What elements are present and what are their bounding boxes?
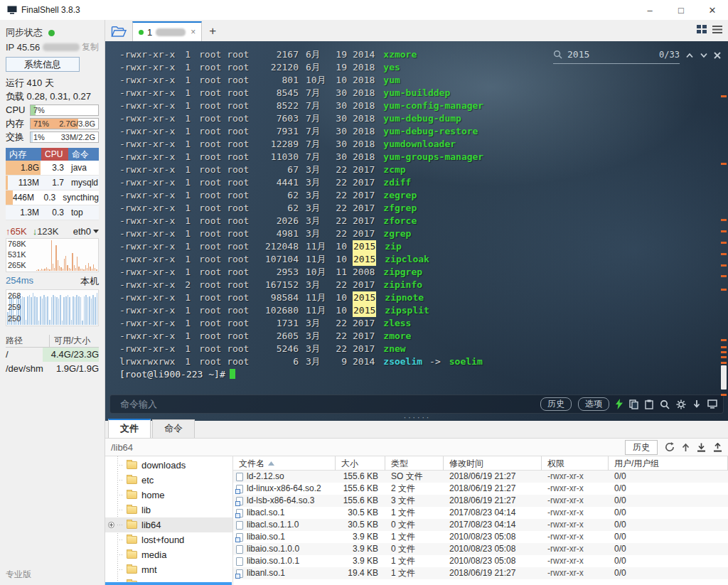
terminal[interactable]: -rwxr-xr-x1root root21676月192014xzmore-r…: [105, 41, 728, 421]
col-owner[interactable]: 用户/用户组: [609, 456, 728, 471]
maximize-button[interactable]: □: [665, 0, 697, 20]
window-title: FinalShell 3.8.3: [21, 5, 80, 15]
panel-splitter-handle[interactable]: ······: [403, 414, 431, 421]
col-filename[interactable]: 文件名: [233, 456, 336, 471]
tree-item-lost+found[interactable]: lost+found: [105, 532, 232, 547]
tree-item-mnt[interactable]: mnt: [105, 562, 232, 577]
file-table: 文件名 大小 类型 修改时间 权限 用户/用户组 ld-2.12.so155.6…: [233, 456, 728, 585]
net-up-value: 65K: [11, 226, 27, 237]
process-row[interactable]: 113M1.7mysqld: [6, 176, 99, 190]
copy-ip-link[interactable]: 复制: [82, 41, 99, 53]
file-row[interactable]: libacl.so.130.5 KB1 文件2017/08/23 04:14-r…: [233, 507, 728, 519]
terminal-line: -rwxr-xr-x1root root52463月222017znew: [119, 343, 728, 355]
search-match-mark: [721, 394, 727, 396]
connection-speed-icon[interactable]: [616, 399, 623, 409]
process-row[interactable]: 446M0.3syncthing: [6, 190, 99, 205]
terminal-search-field[interactable]: 2015 0/33: [553, 47, 680, 64]
upload-button[interactable]: [713, 443, 722, 452]
process-col-cpu[interactable]: CPU: [41, 148, 68, 161]
parent-directory-button[interactable]: [682, 443, 690, 452]
process-row[interactable]: 1.8G3.3java: [6, 161, 99, 176]
search-match-mark: [721, 219, 727, 221]
tree-horizontal-scrollbar[interactable]: [105, 582, 232, 585]
process-table-header[interactable]: 内存 CPU 命令: [6, 148, 99, 161]
paste-button[interactable]: [645, 399, 653, 409]
new-tab-button[interactable]: +: [202, 21, 223, 41]
search-close-button[interactable]: [714, 52, 721, 59]
file-icon: [236, 521, 243, 530]
system-info-button[interactable]: 系统信息: [6, 57, 80, 72]
col-mtime[interactable]: 修改时间: [444, 456, 542, 471]
terminal-line: -rwxr-xr-x1root root85227月302018yum-conf…: [119, 100, 728, 112]
file-table-body: ld-2.12.so155.6 KBSO 文件2018/06/19 21:27-…: [233, 471, 728, 579]
col-perm[interactable]: 权限: [542, 456, 609, 471]
file-row[interactable]: libacl.so.1.1.030.5 KB0 文件2017/08/23 04:…: [233, 519, 728, 531]
search-next-button[interactable]: [700, 53, 708, 58]
tab-commands[interactable]: 命令: [152, 419, 195, 438]
ping-header: 254ms 本机: [6, 275, 99, 288]
swap-meter: 交换 1% 33M/2.2G: [6, 130, 99, 144]
tab-files[interactable]: 文件: [108, 419, 151, 438]
terminal-line: -rwxr-xr-x1root root122897月302018yumdown…: [119, 138, 728, 151]
file-row[interactable]: libaio.so.13.9 KB1 文件2010/08/23 05:08-rw…: [233, 531, 728, 543]
download-button[interactable]: [697, 443, 706, 452]
process-col-command[interactable]: 命令: [68, 148, 99, 161]
memory-percent: 71%: [33, 119, 49, 128]
open-connection-button[interactable]: [105, 21, 132, 41]
layout-grid-icon[interactable]: [697, 25, 707, 33]
command-input[interactable]: 命令输入: [120, 398, 540, 411]
tab-close-icon[interactable]: ×: [191, 27, 196, 37]
path-history-button[interactable]: 历史: [625, 440, 658, 455]
options-button[interactable]: 选项: [578, 397, 609, 411]
close-button[interactable]: ✕: [697, 0, 728, 20]
file-row[interactable]: ld-lsb-x86-64.so.3155.6 KB3 文件2018/06/19…: [233, 495, 728, 507]
tree-item-home[interactable]: home: [105, 488, 232, 503]
scroll-to-bottom-button[interactable]: [692, 399, 701, 409]
expand-icon[interactable]: [108, 522, 114, 528]
col-type[interactable]: 类型: [385, 456, 444, 471]
process-row[interactable]: 1.3M0.3top: [6, 205, 99, 220]
tree-item-lib64[interactable]: lib64: [105, 517, 232, 532]
swap-label: 交换: [6, 131, 30, 144]
terminal-search-button[interactable]: [660, 399, 670, 409]
file-row[interactable]: ld-2.12.so155.6 KBSO 文件2018/06/19 21:27-…: [233, 471, 728, 483]
terminal-scrollbar[interactable]: [721, 43, 727, 418]
search-prev-button[interactable]: [685, 53, 694, 58]
file-row[interactable]: libaio.so.1.0.03.9 KB0 文件2010/08/23 05:0…: [233, 543, 728, 555]
tree-item-downloads[interactable]: downloads: [105, 458, 232, 473]
interface-selector[interactable]: eth0: [73, 226, 99, 237]
file-row[interactable]: ld-linux-x86-64.so.2155.6 KB2 文件2018/06/…: [233, 483, 728, 495]
search-match-mark: [721, 339, 727, 341]
search-query[interactable]: 2015: [567, 49, 654, 60]
history-button[interactable]: 历史: [540, 397, 572, 411]
search-icon: [553, 50, 562, 59]
terminal-line: -rwxr-xr-x1root root44413月222017zdiff: [119, 176, 728, 189]
swap-percent: 1%: [33, 133, 45, 141]
disk-row[interactable]: /dev/shm1.9G/1.9G: [6, 362, 99, 376]
tree-item-etc[interactable]: etc: [105, 473, 232, 488]
session-status-dot: [139, 30, 144, 35]
disk-row[interactable]: /4.4G/23.3G: [6, 348, 99, 362]
refresh-button[interactable]: [665, 442, 675, 452]
session-tab[interactable]: 1 ×: [132, 21, 202, 41]
tree-item-lib[interactable]: lib: [105, 503, 232, 517]
path-bar: /lib64 历史: [105, 439, 728, 456]
fullscreen-button[interactable]: [707, 399, 717, 409]
session-tab-number: 1: [147, 27, 152, 38]
minimize-button[interactable]: –: [634, 0, 665, 20]
lightning-icon: [616, 399, 623, 409]
col-size[interactable]: 大小: [336, 456, 385, 471]
copy-button[interactable]: [629, 399, 638, 409]
settings-button[interactable]: [676, 399, 686, 409]
search-match-mark: [721, 95, 727, 97]
process-col-memory[interactable]: 内存: [6, 148, 41, 161]
tree-item-media[interactable]: media: [105, 547, 232, 562]
arrow-up-icon: [682, 443, 690, 452]
file-row[interactable]: libanl.so.119.4 KB1 文件2018/06/19 21:27-r…: [233, 567, 728, 579]
search-match-mark: [721, 275, 727, 277]
search-match-mark: [721, 289, 727, 291]
file-row[interactable]: libaio.so.1.0.13.9 KB1 文件2010/08/23 05:0…: [233, 555, 728, 567]
scrollbar-thumb[interactable]: [721, 365, 727, 390]
menu-icon[interactable]: [712, 26, 722, 33]
current-path[interactable]: /lib64: [111, 442, 625, 453]
